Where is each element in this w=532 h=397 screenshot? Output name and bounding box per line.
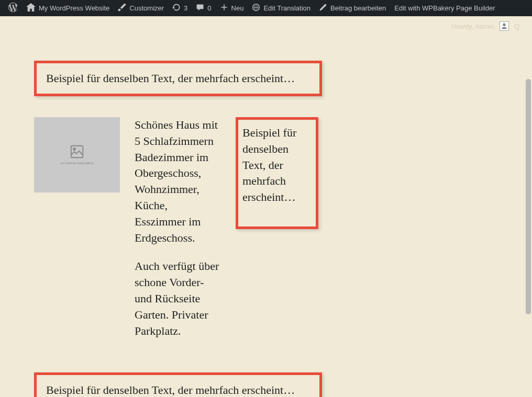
page-content-wrapper: Howdy, Admin Q Beispiel für denselben Te…	[0, 16, 532, 397]
wordpress-logo-menu[interactable]	[4, 0, 22, 16]
comment-icon	[196, 3, 204, 13]
highlight-box-bottom: Beispiel für denselben Text, der mehrfac…	[34, 372, 322, 397]
image-placeholder: NO IMAGE AVAILABLE	[34, 117, 120, 192]
plus-icon	[220, 3, 228, 13]
highlight-text-2: Beispiel für denselben Text, der mehrfac…	[242, 126, 296, 203]
update-count: 3	[184, 4, 187, 12]
highlight-box-side: Beispiel für denselben Text, der mehrfac…	[236, 117, 318, 229]
translation-icon	[252, 3, 260, 13]
update-icon	[172, 3, 181, 13]
customizer-menu[interactable]: Customizer	[114, 0, 168, 16]
highlight-text-1: Beispiel für denselben Text, der mehrfac…	[46, 72, 295, 85]
scrollbar[interactable]	[526, 79, 531, 314]
comment-count: 0	[207, 4, 211, 12]
greeting-text: Howdy, Admin	[451, 22, 494, 30]
edit-translation-menu[interactable]: Edit Translation	[248, 0, 315, 16]
comments-menu[interactable]: 0	[192, 0, 215, 16]
admin-bar-left-group: My WordPress Website Customizer 3 0	[4, 0, 499, 16]
description-text-column: Schönes Haus mit 5 Schlafzimmern Badezim…	[135, 117, 221, 351]
brush-icon	[118, 3, 126, 13]
highlight-text-3: Beispiel für denselben Text, der mehrfac…	[46, 383, 295, 396]
new-content-menu[interactable]: Neu	[216, 0, 248, 16]
image-placeholder-icon	[69, 144, 85, 160]
content-columns-row: NO IMAGE AVAILABLE Schönes Haus mit 5 Sc…	[34, 117, 322, 351]
user-greeting-area[interactable]: Howdy, Admin Q	[451, 21, 519, 31]
avatar	[500, 21, 509, 31]
customizer-label: Customizer	[129, 4, 164, 12]
image-placeholder-label: NO IMAGE AVAILABLE	[61, 162, 94, 165]
svg-rect-1	[71, 146, 83, 158]
home-icon	[26, 3, 36, 14]
edit-translation-label: Edit Translation	[263, 4, 311, 12]
site-name-menu[interactable]: My WordPress Website	[22, 0, 114, 16]
edit-post-menu[interactable]: Beitrag bearbeiten	[315, 0, 390, 16]
updates-menu[interactable]: 3	[168, 0, 192, 16]
description-paragraph-1: Schönes Haus mit 5 Schlafzimmern Badezim…	[135, 117, 221, 246]
logout-suffix: Q	[514, 22, 519, 30]
wpbakery-menu[interactable]: Edit with WPBakery Page Builder	[390, 0, 499, 16]
edit-post-label: Beitrag bearbeiten	[330, 4, 386, 12]
highlight-box-top: Beispiel für denselben Text, der mehrfac…	[34, 61, 322, 96]
wpbakery-label: Edit with WPBakery Page Builder	[394, 4, 495, 12]
main-content-column: Beispiel für denselben Text, der mehrfac…	[0, 16, 356, 397]
new-label: Neu	[231, 4, 244, 12]
svg-point-2	[73, 149, 75, 151]
description-paragraph-2: Auch verfügt über schone Vorder- und Rüc…	[135, 258, 221, 339]
wordpress-logo-icon	[8, 3, 18, 14]
wp-admin-bar: My WordPress Website Customizer 3 0	[0, 0, 532, 16]
site-name-label: My WordPress Website	[39, 4, 109, 12]
pencil-icon	[319, 3, 327, 13]
